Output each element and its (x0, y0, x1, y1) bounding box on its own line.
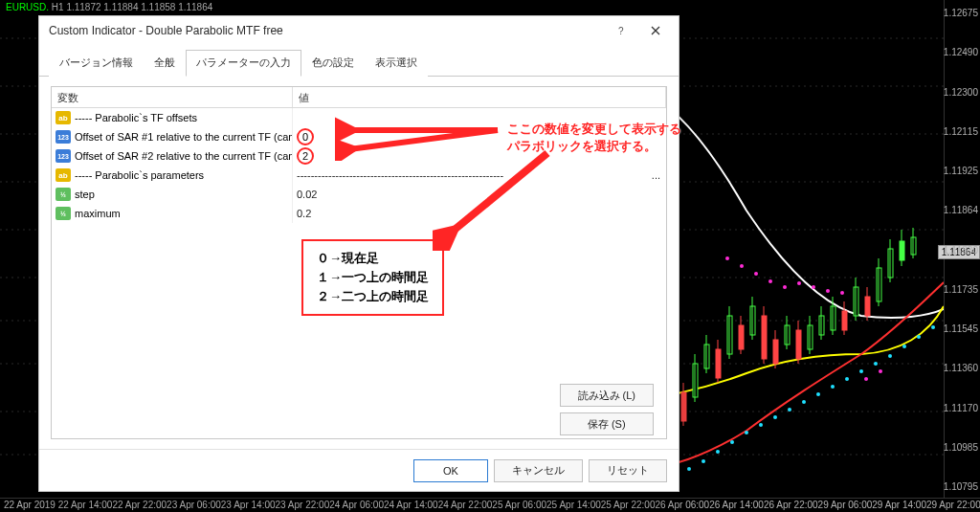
time-tick: 25 Apr 06:00 (492, 500, 546, 510)
svg-point-24 (888, 354, 892, 358)
tab-2[interactable]: パラメーターの入力 (186, 50, 301, 77)
param-value[interactable]: 0 (293, 127, 666, 146)
param-name: Offset of SAR #2 relative to the current… (75, 150, 293, 162)
price-axis: 1.11864 1.126751.124901.123001.121151.11… (944, 0, 980, 498)
price-tick: 1.12115 (944, 126, 978, 137)
price-tick: 1.11925 (944, 166, 978, 176)
svg-point-20 (831, 385, 835, 389)
svg-point-38 (864, 377, 868, 381)
symbol-name: EURUSD. (6, 2, 49, 12)
svg-point-26 (917, 335, 921, 339)
param-name: step (75, 189, 95, 200)
price-tick: 1.11170 (944, 403, 978, 413)
svg-point-19 (816, 392, 820, 396)
svg-point-10 (687, 467, 691, 471)
param-row[interactable]: 123Offset of SAR #1 relative to the curr… (52, 127, 666, 146)
time-tick: 26 Apr 06:00 (655, 500, 709, 510)
reset-button[interactable]: リセット (589, 459, 667, 482)
svg-point-16 (773, 415, 777, 419)
svg-text:?: ? (618, 26, 624, 35)
svg-point-33 (797, 281, 801, 285)
param-row[interactable]: 123Offset of SAR #2 relative to the curr… (52, 146, 666, 166)
param-row[interactable]: ab----- Parabolic`s TF offsets (52, 108, 666, 127)
svg-point-21 (845, 377, 849, 381)
symbol-period: H1 (52, 2, 64, 12)
time-tick: 22 Apr 14:00 (58, 500, 113, 510)
column-header-variable[interactable]: 変数 (52, 87, 293, 107)
param-row[interactable]: ½step0.02 (52, 185, 666, 204)
tab-4[interactable]: 表示選択 (365, 50, 428, 77)
column-header-value[interactable]: 値 (293, 87, 666, 107)
svg-point-22 (859, 369, 863, 373)
circled-value: 0 (297, 128, 314, 145)
time-tick: 24 Apr 06:00 (329, 500, 384, 510)
indicator-dialog: Custom Indicator - Double Parabolic MTF … (38, 15, 679, 492)
time-tick: 22 Apr 2019 (4, 500, 56, 510)
time-tick: 24 Apr 22:00 (438, 500, 493, 510)
time-tick: 29 Apr 14:00 (872, 500, 926, 510)
type-icon: 123 (56, 149, 71, 163)
type-icon: ½ (56, 207, 71, 220)
type-icon: ½ (56, 188, 71, 201)
svg-point-25 (902, 345, 906, 348)
type-icon: ab (56, 168, 71, 182)
param-value[interactable]: 0.02 (293, 185, 666, 204)
dialog-title: Custom Indicator - Double Parabolic MTF … (49, 24, 604, 37)
time-tick: 23 Apr 06:00 (167, 500, 221, 510)
param-name: maximum (75, 208, 121, 219)
svg-point-34 (812, 285, 815, 289)
time-tick: 29 Apr 22:00 (926, 500, 980, 510)
param-value[interactable]: 0.2 (293, 204, 666, 223)
time-tick: 25 Apr 14:00 (546, 500, 601, 510)
price-tick: 1.11735 (944, 284, 978, 295)
tab-0[interactable]: バージョン情報 (49, 50, 144, 77)
svg-point-15 (759, 423, 763, 427)
svg-point-18 (802, 400, 806, 404)
time-tick: 26 Apr 14:00 (709, 500, 764, 510)
svg-point-39 (879, 369, 882, 373)
type-icon: 123 (56, 130, 71, 144)
param-name: ----- Parabolic`s parameters (75, 169, 204, 181)
load-button[interactable]: 読み込み (L) (560, 384, 655, 407)
tab-1[interactable]: 全般 (144, 50, 186, 77)
time-tick: 26 Apr 22:00 (764, 500, 818, 510)
ok-button[interactable]: OK (413, 459, 488, 482)
time-tick: 24 Apr 14:00 (384, 500, 438, 510)
svg-point-11 (702, 459, 705, 463)
tab-3[interactable]: 色の設定 (301, 50, 365, 77)
price-tick: 1.10985 (944, 442, 978, 453)
svg-point-13 (730, 440, 734, 444)
close-button[interactable] (638, 18, 673, 43)
price-tick: 1.11360 (944, 363, 978, 373)
param-value[interactable]: 2 (293, 146, 666, 166)
symbol-quotes: 1.11872 1.11884 1.11858 1.11864 (66, 2, 212, 12)
svg-point-31 (768, 279, 772, 283)
time-tick: 23 Apr 14:00 (221, 500, 276, 510)
price-tick: 1.11545 (944, 323, 978, 334)
titlebar[interactable]: Custom Indicator - Double Parabolic MTF … (39, 16, 679, 45)
svg-point-28 (725, 256, 729, 260)
price-tick: 1.12490 (944, 47, 978, 57)
ellipsis-button[interactable]: ... (652, 169, 660, 181)
type-icon: ab (56, 111, 71, 124)
time-tick: 22 Apr 22:00 (112, 500, 167, 510)
param-name: Offset of SAR #1 relative to the current… (75, 131, 293, 143)
help-button[interactable]: ? (604, 18, 638, 43)
circled-value: 2 (297, 147, 314, 165)
svg-point-35 (826, 289, 830, 293)
dialog-footer: OK キャンセル リセット (39, 449, 679, 491)
symbol-bar: EURUSD. H1 1.11872 1.11884 1.11858 1.118… (6, 2, 212, 12)
param-value[interactable] (293, 108, 666, 127)
time-axis: 22 Apr 201922 Apr 14:0022 Apr 22:0023 Ap… (0, 498, 980, 512)
svg-point-23 (874, 362, 878, 366)
tabs: バージョン情報全般パラメーターの入力色の設定表示選択 (39, 45, 679, 77)
param-row[interactable]: ½maximum0.2 (52, 204, 666, 223)
param-row[interactable]: ab----- Parabolic`s parameters----------… (52, 166, 666, 185)
svg-point-14 (745, 431, 748, 434)
param-value[interactable]: ----------------------------------------… (293, 166, 666, 185)
param-name: ----- Parabolic`s TF offsets (75, 112, 197, 123)
price-tick: 1.10795 (944, 481, 978, 492)
price-tick: 1.11864 (944, 205, 978, 215)
save-button[interactable]: 保存 (S) (560, 412, 655, 435)
cancel-button[interactable]: キャンセル (494, 459, 583, 482)
